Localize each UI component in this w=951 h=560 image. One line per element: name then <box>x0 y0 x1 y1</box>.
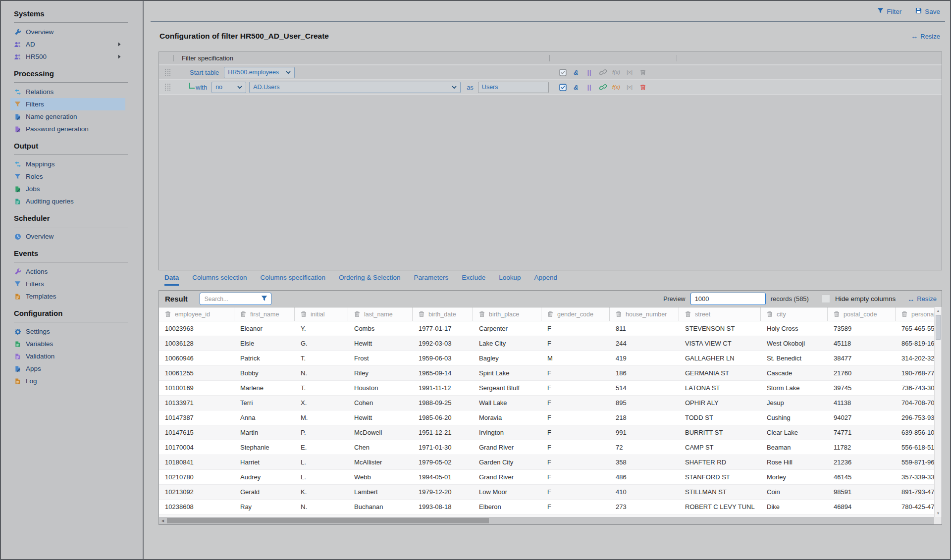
table-row[interactable]: 10133971TerriX.Cohen1988-09-25Wall LakeF… <box>159 396 934 410</box>
sidebar-item-configuration-settings[interactable]: Settings <box>10 325 125 338</box>
hide-empty-columns-checkbox[interactable] <box>822 295 830 303</box>
column-header-gender-code[interactable]: gender_code <box>541 307 610 321</box>
trash-icon[interactable] <box>240 310 247 318</box>
column-header-initial[interactable]: initial <box>295 307 348 321</box>
tab-ordering-selection[interactable]: Ordering & Selection <box>339 274 401 286</box>
filter-button[interactable]: Filter <box>877 7 901 15</box>
column-divider[interactable] <box>677 55 677 61</box>
sidebar-item-configuration-validation[interactable]: Validation <box>10 350 125 362</box>
exclude-icon[interactable]: |×| <box>626 68 634 77</box>
join-table-select[interactable]: AD.Users <box>249 82 461 93</box>
sidebar-item-output-auditing-queries[interactable]: Auditing queries <box>10 195 125 207</box>
sidebar-item-systems-hr500[interactable]: HR500 <box>10 51 125 63</box>
condition-checkbox-icon[interactable] <box>559 83 567 92</box>
table-row[interactable]: 10170004StephanieE.Chen1971-01-30Grand R… <box>159 440 934 455</box>
trash-icon[interactable] <box>547 310 554 318</box>
sidebar-item-configuration-log[interactable]: Log <box>10 375 125 387</box>
table-row[interactable]: 10180841HarrietL.McAllister1979-05-02Gar… <box>159 455 934 470</box>
and-operator-icon[interactable]: & <box>572 68 580 77</box>
sidebar-item-events-actions[interactable]: Actions <box>10 265 125 278</box>
exclude-icon[interactable]: |×| <box>626 83 634 92</box>
vertical-scroll-thumb[interactable] <box>936 315 941 340</box>
table-row[interactable]: 10023963EleanorY.Combs1977-01-17Carpente… <box>159 321 934 336</box>
column-header-city[interactable]: city <box>761 307 828 321</box>
sidebar-item-systems-ad[interactable]: AD <box>10 38 125 51</box>
tab-columns-specification[interactable]: Columns specification <box>261 274 325 286</box>
column-header-last-name[interactable]: last_name <box>348 307 413 321</box>
trash-icon[interactable] <box>685 310 691 318</box>
column-header-birth-place[interactable]: birth_place <box>473 307 541 321</box>
and-operator-icon[interactable]: & <box>572 83 580 92</box>
sidebar-item-processing-relations[interactable]: Relations <box>10 86 125 98</box>
delete-icon[interactable] <box>639 83 647 92</box>
search-funnel-icon[interactable] <box>261 295 267 304</box>
column-header-birth-date[interactable]: birth_date <box>413 307 473 321</box>
column-header-first-name[interactable]: first_name <box>234 307 295 321</box>
scroll-down-icon[interactable]: ▼ <box>935 509 942 517</box>
tab-data[interactable]: Data <box>164 274 179 286</box>
start-table-select[interactable]: HR500.employees <box>224 67 295 78</box>
column-header-street[interactable]: street <box>679 307 761 321</box>
tab-columns-selection[interactable]: Columns selection <box>192 274 247 286</box>
sidebar-item-output-roles[interactable]: Roles <box>10 170 125 183</box>
column-header-personal-phone[interactable]: personal_phone_ <box>896 307 934 321</box>
column-divider[interactable] <box>549 55 550 61</box>
trash-icon[interactable] <box>766 310 773 318</box>
sidebar-item-events-filters[interactable]: Filters <box>10 278 125 290</box>
alias-input[interactable]: Users <box>478 82 549 93</box>
column-header-postal-code[interactable]: postal_code <box>828 307 896 321</box>
filter-spec-resize-link[interactable]: ↔ Resize <box>911 32 940 40</box>
sidebar-item-processing-filters[interactable]: Filters <box>10 98 125 110</box>
trash-icon[interactable] <box>833 310 840 318</box>
sidebar-item-configuration-variables[interactable]: Variables <box>10 338 125 350</box>
or-operator-icon[interactable]: || <box>585 83 593 92</box>
trash-icon[interactable] <box>901 310 908 318</box>
drag-handle-icon[interactable] <box>165 84 171 91</box>
sidebar-item-systems-overview[interactable]: Overview <box>10 26 125 38</box>
horizontal-scrollbar[interactable]: ◀ ▶ <box>159 517 942 524</box>
sidebar-item-configuration-apps[interactable]: Apps <box>10 362 125 375</box>
function-icon[interactable]: f(x) <box>612 68 620 77</box>
trash-icon[interactable] <box>615 310 622 318</box>
sidebar-item-output-jobs[interactable]: Jobs <box>10 183 125 195</box>
preview-count-input[interactable] <box>690 293 766 305</box>
column-header-employee-id[interactable]: employee_id <box>159 307 234 321</box>
table-row[interactable]: 10036128ElsieG.Hewitt1992-03-03Lake City… <box>159 336 934 351</box>
tab-exclude[interactable]: Exclude <box>462 274 485 286</box>
trash-icon[interactable] <box>164 310 171 318</box>
table-row[interactable]: 10213092GeraldK.Lambert1979-12-20Low Moo… <box>159 485 934 500</box>
sidebar-item-processing-name-generation[interactable]: Name generation <box>10 110 125 123</box>
sidebar-item-processing-password-generation[interactable]: Password generation <box>10 123 125 135</box>
table-row[interactable]: 10061255BobbyN.Riley1965-09-14Spirit Lak… <box>159 366 934 381</box>
result-resize-link[interactable]: ↔ Resize <box>907 295 937 303</box>
search-input[interactable] <box>204 295 259 303</box>
function-icon[interactable]: f(x) <box>612 83 620 92</box>
join-operator-select[interactable]: no <box>211 82 246 93</box>
link-icon[interactable] <box>599 68 607 77</box>
trash-icon[interactable] <box>354 310 361 318</box>
scroll-left-icon[interactable]: ◀ <box>159 517 166 524</box>
table-row[interactable]: 10147615MartinP.McDowell1951-12-21Irving… <box>159 425 934 440</box>
save-button[interactable]: Save <box>915 7 940 15</box>
sidebar-item-events-templates[interactable]: Templates <box>10 290 125 303</box>
vertical-scrollbar[interactable]: ▲ ▼ <box>934 307 942 517</box>
table-row[interactable]: 10210780AudreyL.Webb1994-05-01Grand Rive… <box>159 470 934 485</box>
sidebar-item-output-mappings[interactable]: Mappings <box>10 158 125 170</box>
scroll-up-icon[interactable]: ▲ <box>935 307 942 314</box>
delete-icon[interactable] <box>639 68 647 77</box>
sidebar-item-scheduler-overview[interactable]: Overview <box>10 230 125 243</box>
table-row[interactable]: 10147387AnnaM.Hewitt1985-06-20MoraviaF21… <box>159 410 934 425</box>
column-header-house-number[interactable]: house_number <box>610 307 679 321</box>
table-row[interactable]: 10100169MarleneT.Houston1991-11-12Sergea… <box>159 381 934 396</box>
column-divider[interactable] <box>173 55 174 61</box>
tab-parameters[interactable]: Parameters <box>414 274 448 286</box>
trash-icon[interactable] <box>418 310 425 318</box>
horizontal-scroll-thumb[interactable] <box>167 518 489 523</box>
condition-checkbox-icon[interactable] <box>559 68 567 77</box>
tab-lookup[interactable]: Lookup <box>499 274 521 286</box>
tab-append[interactable]: Append <box>534 274 558 286</box>
table-row[interactable]: 10060946PatrickT.Frost1959-06-03BagleyM4… <box>159 351 934 366</box>
trash-icon[interactable] <box>478 310 485 318</box>
link-icon[interactable] <box>599 83 607 92</box>
drag-handle-icon[interactable] <box>165 69 171 76</box>
